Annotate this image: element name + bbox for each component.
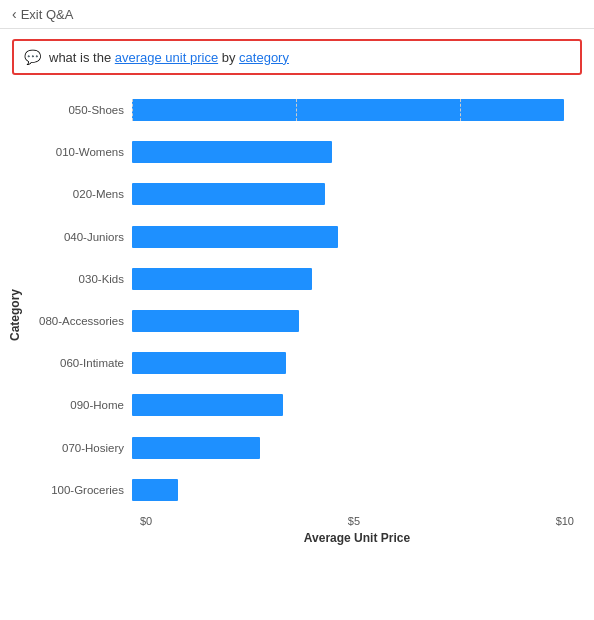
x-axis-label: Average Unit Price — [140, 531, 574, 545]
top-bar: ‹ Exit Q&A — [0, 0, 594, 29]
back-label: Exit Q&A — [21, 7, 74, 22]
bar-fill — [132, 394, 283, 416]
bar-label: 030-Kids — [24, 273, 132, 285]
bar-track — [132, 310, 574, 332]
bar-track — [132, 183, 574, 205]
bar-row: 050-Shoes — [24, 93, 574, 127]
chart-area: Category 050-Shoes010-Womens020-Mens040-… — [0, 85, 584, 545]
bar-row: 010-Womens — [24, 135, 574, 169]
bar-fill — [132, 479, 178, 501]
bar-track — [132, 99, 574, 121]
x-tick: $0 — [140, 515, 152, 527]
bar-fill — [132, 352, 286, 374]
bar-label: 020-Mens — [24, 188, 132, 200]
bar-fill — [132, 437, 260, 459]
bar-fill — [132, 141, 332, 163]
x-axis-ticks: $0$5$10 — [140, 511, 574, 527]
bar-fill — [132, 183, 325, 205]
bar-row: 090-Home — [24, 388, 574, 422]
x-tick: $5 — [348, 515, 360, 527]
bar-label: 040-Juniors — [24, 231, 132, 243]
bar-track — [132, 394, 574, 416]
bar-label: 050-Shoes — [24, 104, 132, 116]
back-button[interactable]: ‹ Exit Q&A — [12, 6, 73, 22]
bar-fill — [132, 226, 338, 248]
x-axis-area: $0$5$10 Average Unit Price — [24, 511, 584, 545]
bar-track — [132, 352, 574, 374]
bar-label: 080-Accessories — [24, 315, 132, 327]
x-tick: $10 — [556, 515, 574, 527]
bar-track — [132, 437, 574, 459]
bar-track — [132, 226, 574, 248]
bar-track — [132, 141, 574, 163]
bar-fill — [132, 268, 312, 290]
bar-fill — [132, 310, 299, 332]
bar-label: 060-Intimate — [24, 357, 132, 369]
bar-row: 100-Groceries — [24, 473, 574, 507]
bars-container: 050-Shoes010-Womens020-Mens040-Juniors03… — [24, 85, 584, 511]
y-axis-label: Category — [8, 289, 22, 341]
comment-icon: 💬 — [24, 49, 41, 65]
query-box[interactable]: 💬 what is the average unit price by cate… — [12, 39, 582, 75]
bar-row: 070-Hosiery — [24, 431, 574, 465]
bar-label: 070-Hosiery — [24, 442, 132, 454]
y-axis-label-container: Category — [6, 85, 24, 545]
bar-row: 040-Juniors — [24, 220, 574, 254]
bar-row: 030-Kids — [24, 262, 574, 296]
bar-row: 080-Accessories — [24, 304, 574, 338]
bar-label: 100-Groceries — [24, 484, 132, 496]
bar-track — [132, 479, 574, 501]
query-text: what is the average unit price by catego… — [49, 50, 289, 65]
chevron-left-icon: ‹ — [12, 6, 17, 22]
bar-label: 010-Womens — [24, 146, 132, 158]
bar-label: 090-Home — [24, 399, 132, 411]
bar-track — [132, 268, 574, 290]
chart-inner: 050-Shoes010-Womens020-Mens040-Juniors03… — [24, 85, 584, 545]
bar-row: 020-Mens — [24, 177, 574, 211]
bar-row: 060-Intimate — [24, 346, 574, 380]
bar-fill — [132, 99, 564, 121]
